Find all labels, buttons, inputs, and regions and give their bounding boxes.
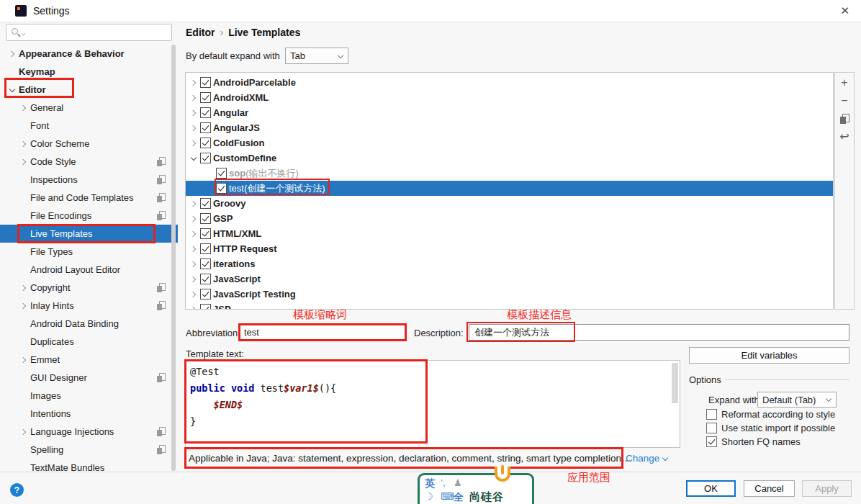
checkbox[interactable] [216, 168, 227, 179]
sidebar-item-live-templates[interactable]: Live Templates [0, 225, 178, 243]
chevron-right-icon[interactable] [19, 301, 29, 311]
checkbox[interactable] [200, 228, 211, 239]
chevron-right-icon[interactable] [189, 78, 199, 88]
expand-with-dropdown[interactable]: Default (Tab) [757, 392, 837, 408]
sidebar-item-textmate-bundles[interactable]: TextMate Bundles [0, 459, 178, 472]
default-expand-dropdown[interactable]: Tab [285, 48, 348, 64]
sidebar-item-editor[interactable]: Editor [0, 81, 178, 99]
chevron-right-icon[interactable] [189, 138, 199, 148]
chevron-right-icon[interactable] [189, 93, 199, 103]
template-row-coldfusion[interactable]: ColdFusion [186, 135, 833, 150]
option-reformat-according-to-style[interactable]: Reformat according to style [706, 408, 835, 421]
close-icon[interactable]: ✕ [840, 4, 849, 17]
sidebar-item-color-scheme[interactable]: Color Scheme [0, 135, 178, 153]
checkbox[interactable] [200, 258, 211, 269]
sidebar-item-intentions[interactable]: Intentions [0, 405, 178, 423]
chevron-right-icon[interactable] [19, 139, 29, 149]
chevron-right-icon[interactable] [19, 283, 29, 293]
checkbox[interactable] [200, 77, 211, 88]
sidebar-item-duplicates[interactable]: Duplicates [0, 333, 178, 351]
checkbox[interactable] [200, 274, 211, 284]
sidebar-item-code-style[interactable]: Code Style [0, 153, 178, 171]
sidebar-item-general[interactable]: General [0, 99, 178, 117]
help-icon[interactable]: ? [10, 483, 24, 497]
chevron-right-icon[interactable] [189, 305, 199, 310]
chevron-right-icon[interactable] [19, 103, 29, 113]
chevron-right-icon[interactable] [189, 214, 199, 224]
add-icon[interactable]: + [838, 76, 851, 89]
checkbox[interactable] [200, 92, 211, 103]
chevron-right-icon[interactable] [189, 289, 199, 300]
template-row-androidparcelable[interactable]: AndroidParcelable [186, 75, 833, 90]
sidebar-item-file-encodings[interactable]: File Encodings [0, 207, 178, 225]
ok-button[interactable]: OK [686, 480, 736, 497]
duplicate-icon[interactable] [840, 114, 849, 124]
sidebar-item-appearance-behavior[interactable]: Appearance & Behavior [0, 45, 178, 63]
template-row-angular[interactable]: Angular [186, 105, 833, 120]
change-link[interactable]: Change [626, 453, 668, 464]
chevron-right-icon[interactable] [189, 259, 199, 269]
search-input[interactable] [6, 24, 172, 41]
template-row-test[interactable]: test (创建一个测试方法) [186, 181, 833, 196]
abbreviation-field[interactable]: test [238, 323, 407, 341]
undo-icon[interactable]: ↩ [838, 130, 851, 143]
template-row-customdefine[interactable]: CustomDefine [186, 150, 833, 166]
chevron-right-icon[interactable] [189, 199, 199, 209]
chevron-down-icon[interactable] [189, 153, 199, 163]
template-row-sop[interactable]: sop (输出不换行) [186, 166, 833, 181]
checkbox[interactable] [200, 243, 211, 254]
chevron-right-icon[interactable] [19, 427, 29, 437]
chevron-right-icon[interactable] [189, 108, 199, 118]
chevron-right-icon[interactable] [189, 244, 199, 254]
checkbox[interactable] [706, 409, 717, 420]
checkbox[interactable] [706, 423, 717, 433]
template-row-angularjs[interactable]: AngularJS [186, 120, 833, 135]
chevron-down-icon[interactable] [7, 85, 17, 95]
checkbox[interactable] [200, 304, 211, 310]
chevron-right-icon[interactable] [189, 123, 199, 133]
template-row-iterations[interactable]: iterations [186, 256, 833, 271]
sidebar-item-inspections[interactable]: Inspections [0, 171, 178, 189]
template-row-groovy[interactable]: Groovy [186, 196, 833, 211]
description-field[interactable]: 创建一个测试方法 [469, 324, 849, 341]
template-row-http-request[interactable]: HTTP Request [186, 241, 833, 256]
chevron-right-icon[interactable] [19, 355, 29, 365]
checkbox[interactable] [216, 183, 227, 194]
sidebar-item-font[interactable]: Font [0, 117, 178, 135]
checkbox[interactable] [200, 122, 211, 133]
checkbox[interactable] [200, 138, 211, 148]
chevron-right-icon[interactable] [189, 229, 199, 239]
sidebar-scrollbar[interactable] [171, 45, 176, 471]
checkbox[interactable] [200, 213, 211, 224]
sidebar-item-language-injections[interactable]: Language Injections [0, 423, 178, 441]
checkbox[interactable] [706, 436, 717, 447]
template-row-javascript-testing[interactable]: JavaScript Testing [186, 287, 833, 302]
template-text-editor[interactable]: @Testpublic void test$var1$(){ $END$} [185, 360, 680, 448]
sidebar-item-file-and-code-templates[interactable]: File and Code Templates [0, 189, 178, 207]
cancel-button[interactable]: Cancel [744, 480, 795, 497]
template-row-gsp[interactable]: GSP [186, 211, 833, 226]
template-row-javascript[interactable]: JavaScript [186, 271, 833, 287]
sidebar-item-gui-designer[interactable]: GUI Designer [0, 369, 178, 387]
chevron-right-icon[interactable] [19, 157, 29, 167]
option-shorten-fq-names[interactable]: Shorten FQ names [706, 435, 835, 449]
sidebar-item-android-layout-editor[interactable]: Android Layout Editor [0, 261, 178, 279]
edit-variables-button[interactable]: Edit variables [689, 347, 849, 364]
editor-scrollbar[interactable] [672, 363, 678, 403]
remove-icon[interactable]: − [838, 94, 851, 107]
template-row-html-xml[interactable]: HTML/XML [186, 226, 833, 241]
sidebar-item-keymap[interactable]: Keymap [0, 63, 178, 81]
chevron-right-icon[interactable] [189, 274, 199, 284]
sidebar-item-copyright[interactable]: Copyright [0, 279, 178, 297]
breadcrumb-item-editor[interactable]: Editor [186, 27, 215, 38]
checkbox[interactable] [200, 198, 211, 209]
sidebar-item-emmet[interactable]: Emmet [0, 351, 178, 369]
chevron-right-icon[interactable] [7, 49, 17, 59]
sidebar-item-spelling[interactable]: Spelling [0, 441, 178, 459]
sidebar-item-inlay-hints[interactable]: Inlay Hints [0, 297, 178, 315]
checkbox[interactable] [200, 107, 211, 118]
sidebar-item-file-types[interactable]: File Types [0, 243, 178, 261]
template-row-androidxml[interactable]: AndroidXML [186, 90, 833, 105]
checkbox[interactable] [200, 289, 211, 300]
checkbox[interactable] [200, 153, 211, 163]
